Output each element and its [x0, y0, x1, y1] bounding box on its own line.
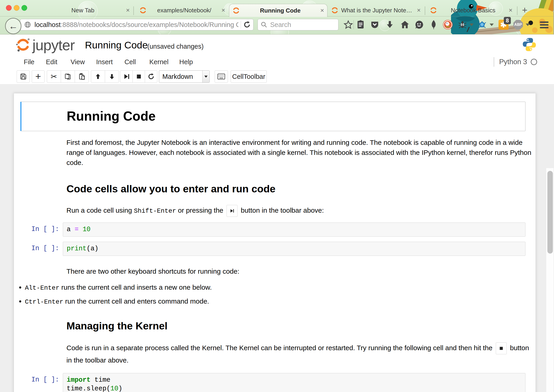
- back-button[interactable]: ←: [5, 18, 21, 34]
- interrupt-kernel-button[interactable]: [132, 70, 145, 83]
- tab-what-is-jupyter[interactable]: What is the Jupyter Notebook ×: [328, 4, 424, 16]
- url-bar[interactable]: localhost:8888/notebooks/docs/source/exa…: [20, 19, 254, 30]
- menu-help[interactable]: Help: [179, 58, 193, 66]
- text: run the current cell and enters command …: [63, 297, 209, 305]
- page-scrollbar-thumb[interactable]: [547, 171, 553, 253]
- tab-close-icon[interactable]: ×: [417, 7, 421, 14]
- copy-cell-button[interactable]: [61, 70, 75, 83]
- pocket-icon[interactable]: [369, 18, 380, 31]
- shortcuts-paragraph: There are two other keyboard shortcuts f…: [66, 266, 532, 276]
- menu-view[interactable]: View: [70, 58, 85, 66]
- menu-file[interactable]: File: [24, 58, 35, 66]
- feedback-smiley-icon[interactable]: [414, 18, 424, 31]
- dropdown-caret-icon[interactable]: [522, 18, 533, 31]
- tab-running-code-active[interactable]: Running Code ×: [229, 4, 327, 17]
- tab-notebook-basics[interactable]: Notebook Basics ×: [427, 4, 516, 16]
- notebook-container: Running Code First and foremost, the Jup…: [14, 93, 536, 392]
- inline-stop-button-icon: [496, 343, 507, 354]
- python-logo-icon: [522, 37, 537, 52]
- save-icon: [20, 73, 27, 80]
- scissors-icon: ✂: [51, 72, 57, 81]
- selected-markdown-cell[interactable]: Running Code: [20, 102, 526, 131]
- tab-new-tab[interactable]: New Tab ×: [39, 4, 133, 16]
- tab-close-icon[interactable]: ×: [126, 7, 130, 14]
- home-icon[interactable]: [400, 18, 410, 31]
- input-prompt: In [ ]:: [14, 242, 63, 252]
- code-cell[interactable]: In [ ]: a = 10: [14, 223, 526, 237]
- input-prompt: In [ ]:: [14, 373, 63, 384]
- menu-hamburger-icon[interactable]: [539, 18, 549, 31]
- select-arrow-zone[interactable]: [202, 70, 209, 83]
- quill-icon[interactable]: [428, 18, 439, 31]
- download-icon[interactable]: [385, 18, 395, 31]
- code-input[interactable]: print(a): [63, 242, 526, 256]
- text: button in the toolbar above:: [239, 207, 324, 214]
- token-number: 10: [83, 226, 91, 233]
- celltoolbar-label: CellToolbar: [232, 73, 265, 80]
- run-cell-button[interactable]: [120, 70, 133, 83]
- save-button[interactable]: [17, 70, 30, 83]
- cut-cell-button[interactable]: ✂: [47, 70, 61, 83]
- inline-code-ctrl-enter: Ctrl-Enter: [25, 298, 63, 305]
- adblock-plus-icon[interactable]: ABP: [513, 18, 523, 31]
- reading-list-icon[interactable]: [355, 18, 366, 31]
- celltoolbar-button[interactable]: CellToolbar: [231, 70, 267, 83]
- reload-button[interactable]: [243, 21, 251, 28]
- move-cell-down-button[interactable]: [105, 70, 119, 83]
- insert-cell-below-button[interactable]: +: [32, 70, 45, 83]
- new-tab-button[interactable]: +: [522, 6, 527, 14]
- tab-separator: [425, 6, 425, 15]
- search-bar[interactable]: [258, 19, 339, 30]
- tab-examples-notebook[interactable]: examples/Notebook/ ×: [136, 4, 228, 16]
- notebook-title[interactable]: Running Code: [85, 40, 148, 51]
- url-text[interactable]: localhost:8888/notebooks/docs/source/exa…: [35, 21, 238, 28]
- notebook-menubar: File Edit View Insert Cell Kernel Help P…: [0, 55, 554, 69]
- code-cell[interactable]: In [ ]: import timetime.sleep(10): [14, 373, 526, 392]
- tab-close-icon[interactable]: ×: [320, 7, 324, 14]
- url-host: localhost: [35, 21, 61, 28]
- arrow-down-icon: [109, 73, 115, 80]
- menu-insert[interactable]: Insert: [96, 58, 113, 66]
- jupyter-logo-text: jupyter: [32, 39, 75, 52]
- token: [79, 226, 83, 233]
- toolbar-separator: [353, 20, 354, 29]
- dropdown-caret-icon[interactable]: [466, 18, 477, 31]
- step-forward-icon: [123, 73, 130, 80]
- token: time: [90, 376, 110, 384]
- kernel-idle-icon: [531, 59, 537, 65]
- menu-cell[interactable]: Cell: [125, 58, 136, 66]
- token-builtin: print: [67, 245, 87, 252]
- text: Run a code cell using: [66, 207, 134, 214]
- run-instruction-paragraph: Run a code cell using Shift-Enter or pre…: [66, 204, 532, 217]
- restart-kernel-button[interactable]: [145, 70, 157, 83]
- code-input[interactable]: a = 10: [63, 223, 526, 237]
- input-prompt: In [ ]:: [14, 223, 63, 233]
- search-input[interactable]: [270, 21, 328, 29]
- globe-icon: [24, 21, 31, 28]
- bookmark-star-icon[interactable]: [343, 18, 353, 31]
- tab-close-icon[interactable]: ×: [222, 7, 225, 14]
- tab-separator: [517, 6, 518, 15]
- tab-label: Running Code: [242, 7, 318, 14]
- cell-type-select[interactable]: Markdown: [159, 70, 210, 83]
- code-input[interactable]: import timetime.sleep(10): [63, 373, 526, 392]
- copy-icon: [64, 73, 71, 80]
- menu-kernel[interactable]: Kernel: [149, 58, 168, 66]
- move-cell-up-button[interactable]: [91, 70, 105, 83]
- paste-cell-button[interactable]: [75, 70, 89, 83]
- notebook-toolbar: + ✂ Markdown CellToolba: [0, 69, 554, 84]
- tab-close-icon[interactable]: ×: [509, 7, 512, 14]
- command-palette-button[interactable]: [215, 70, 228, 83]
- browser-chrome: New Tab × examples/Notebook/ × Running C…: [0, 0, 554, 35]
- jupyter-logo[interactable]: jupyter: [16, 38, 75, 52]
- dropdown-caret-icon[interactable]: [486, 18, 497, 31]
- code-cell[interactable]: In [ ]: print(a): [14, 242, 526, 256]
- section-heading-code-cells: Code cells allow you to enter and run co…: [66, 184, 532, 194]
- jupyter-favicon: [430, 7, 437, 14]
- menu-edit[interactable]: Edit: [46, 58, 57, 66]
- cell-type-value: Markdown: [159, 73, 202, 80]
- tab-label: What is the Jupyter Notebook: [341, 7, 415, 14]
- blue-bug-addon-icon[interactable]: [477, 18, 487, 31]
- duckduckgo-icon[interactable]: [443, 18, 453, 31]
- tab-label: New Tab: [42, 7, 124, 14]
